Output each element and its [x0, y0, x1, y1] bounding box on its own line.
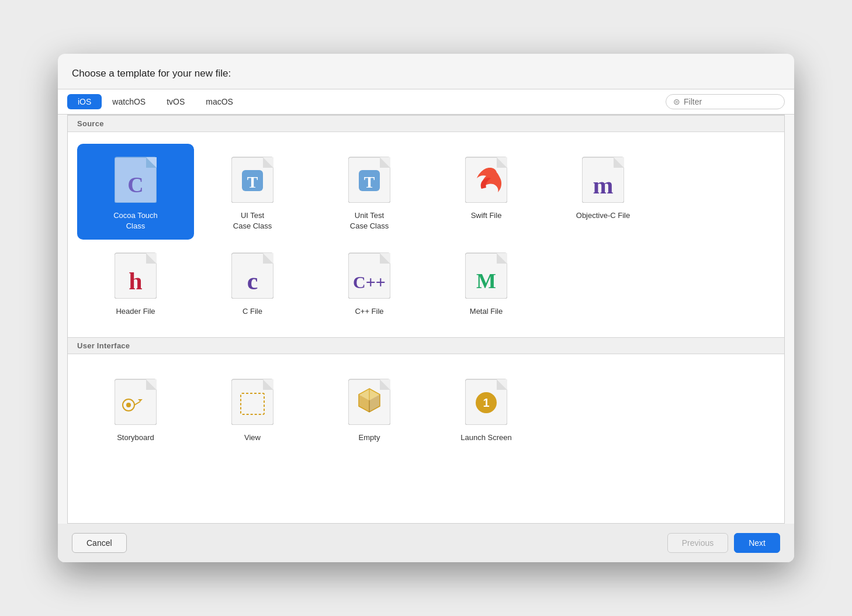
- svg-point-41: [126, 403, 131, 407]
- file-item-c[interactable]: c C File: [194, 240, 311, 325]
- new-file-dialog: Choose a template for your new file: iOS…: [58, 54, 794, 562]
- file-item-swift[interactable]: Swift File: [428, 144, 545, 240]
- file-item-view[interactable]: View: [194, 366, 311, 451]
- c-file-label: C File: [243, 306, 262, 317]
- tab-watchos[interactable]: watchOS: [102, 94, 156, 109]
- file-item-cocoa-touch-class[interactable]: C Cocoa TouchClass: [77, 144, 194, 240]
- c-file-icon: c: [229, 248, 276, 300]
- header-icon: h: [112, 248, 159, 300]
- file-item-launch-screen[interactable]: 1 Launch Screen: [428, 366, 545, 451]
- objective-c-icon: m: [580, 152, 626, 205]
- svg-text:T: T: [247, 173, 258, 191]
- storyboard-label: Storyboard: [117, 432, 154, 443]
- launch-screen-icon: 1: [463, 374, 510, 427]
- bottom-bar: Cancel Previous Next: [58, 524, 794, 562]
- filter-icon: ⊜: [673, 97, 680, 106]
- source-items-grid: C Cocoa TouchClass T UI TestCase Class: [68, 132, 784, 337]
- previous-button[interactable]: Previous: [667, 533, 728, 553]
- cocoa-touch-label: Cocoa TouchClass: [113, 210, 158, 231]
- next-button[interactable]: Next: [734, 533, 780, 553]
- svg-text:h: h: [129, 268, 142, 295]
- cocoa-touch-icon: C: [112, 152, 159, 205]
- header-label: Header File: [116, 306, 155, 317]
- content-area: Source C Cocoa TouchClass: [67, 115, 785, 524]
- storyboard-icon: [112, 374, 159, 427]
- view-icon: [229, 374, 276, 427]
- swift-icon: [463, 152, 510, 205]
- cpp-icon: C++: [346, 248, 393, 300]
- empty-label: Empty: [359, 432, 380, 443]
- objective-c-label: Objective-C File: [576, 210, 630, 221]
- file-item-cpp[interactable]: C++ C++ File: [311, 240, 428, 325]
- svg-text:m: m: [593, 172, 614, 199]
- file-item-empty[interactable]: Empty: [311, 366, 428, 451]
- svg-text:c: c: [247, 268, 258, 295]
- file-item-unit-test-case-class[interactable]: T Unit TestCase Class: [311, 144, 428, 240]
- tabs-container: iOS watchOS tvOS macOS: [67, 94, 666, 109]
- tab-ios[interactable]: iOS: [67, 94, 102, 109]
- tab-macos[interactable]: macOS: [195, 94, 244, 109]
- svg-text:1: 1: [483, 396, 489, 409]
- ui-items-grid: Storyboard View: [68, 354, 784, 463]
- metal-label: Metal File: [470, 306, 503, 317]
- file-item-ui-test-case-class[interactable]: T UI TestCase Class: [194, 144, 311, 240]
- cancel-button[interactable]: Cancel: [72, 533, 127, 553]
- tab-bar: iOS watchOS tvOS macOS ⊜: [58, 89, 794, 115]
- file-item-objective-c[interactable]: m Objective-C File: [545, 144, 661, 240]
- source-section-header: Source: [68, 115, 784, 132]
- svg-text:C: C: [127, 172, 143, 197]
- dialog-title: Choose a template for your new file:: [58, 68, 794, 89]
- file-item-storyboard[interactable]: Storyboard: [77, 366, 194, 451]
- svg-text:T: T: [364, 173, 375, 191]
- ui-test-icon: T: [229, 152, 276, 205]
- metal-icon: M: [463, 248, 510, 300]
- swift-label: Swift File: [471, 210, 502, 221]
- file-item-header[interactable]: h Header File: [77, 240, 194, 325]
- unit-test-icon: T: [346, 152, 393, 205]
- svg-text:M: M: [476, 269, 496, 293]
- user-interface-section-header: User Interface: [68, 337, 784, 354]
- tab-tvos[interactable]: tvOS: [156, 94, 195, 109]
- ui-test-label: UI TestCase Class: [233, 210, 272, 231]
- empty-icon: [346, 374, 393, 427]
- launch-screen-label: Launch Screen: [460, 432, 511, 443]
- svg-text:C++: C++: [353, 272, 386, 292]
- nav-buttons: Previous Next: [667, 533, 780, 553]
- file-item-metal[interactable]: M Metal File: [428, 240, 545, 325]
- filter-box[interactable]: ⊜: [666, 94, 785, 109]
- filter-input[interactable]: [684, 97, 777, 106]
- unit-test-label: Unit TestCase Class: [350, 210, 389, 231]
- view-label: View: [244, 432, 261, 443]
- cpp-label: C++ File: [355, 306, 383, 317]
